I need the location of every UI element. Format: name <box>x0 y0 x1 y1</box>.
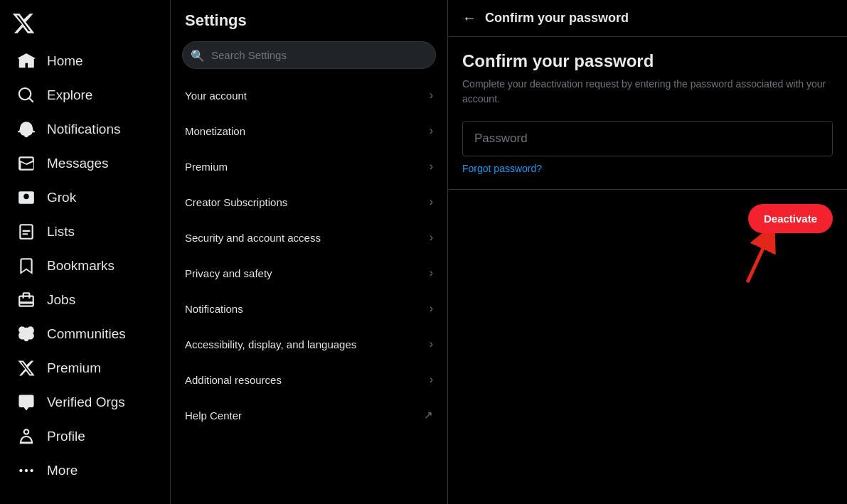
deactivate-button[interactable]: Deactivate <box>748 204 833 233</box>
sidebar-item-verified-orgs[interactable]: Verified Orgs <box>6 386 164 419</box>
confirm-header-bar: ← Confirm your password <box>448 0 847 37</box>
settings-nav-monetization-label: Monetization <box>185 125 245 137</box>
confirm-body: Confirm your password Complete your deac… <box>448 37 847 189</box>
premium-x-icon <box>17 359 36 377</box>
settings-nav-privacy[interactable]: Privacy and safety › <box>171 255 447 291</box>
settings-search-input[interactable] <box>182 41 436 69</box>
sidebar-item-jobs-label: Jobs <box>47 292 75 308</box>
confirm-header-title: Confirm your password <box>485 11 629 26</box>
sidebar-item-communities-label: Communities <box>47 326 126 342</box>
settings-nav-accessibility[interactable]: Accessibility, display, and languages › <box>171 326 447 362</box>
sidebar-item-messages[interactable]: Messages <box>6 147 164 180</box>
bookmark-icon <box>17 257 36 275</box>
confirm-password-panel: ← Confirm your password Confirm your pas… <box>448 0 847 504</box>
search-icon: 🔍 <box>191 48 205 62</box>
settings-title: Settings <box>171 0 447 36</box>
confirm-body-desc: Complete your deactivation request by en… <box>462 77 833 107</box>
grok-icon <box>17 188 36 207</box>
person-icon <box>17 427 36 446</box>
settings-nav-additional[interactable]: Additional resources › <box>171 362 447 397</box>
sidebar-item-grok-label: Grok <box>47 190 76 205</box>
chevron-right-icon: › <box>430 338 433 350</box>
sidebar-item-profile-label: Profile <box>47 429 85 444</box>
sidebar-item-communities[interactable]: Communities <box>6 318 164 350</box>
sidebar-item-home[interactable]: Home <box>6 45 164 77</box>
chevron-right-icon: › <box>430 195 433 208</box>
external-link-icon: ↗ <box>424 409 433 422</box>
sidebar-item-grok[interactable]: Grok <box>6 181 164 214</box>
sidebar: Home Explore Notifications Messages <box>0 0 171 504</box>
jobs-icon <box>17 291 36 309</box>
sidebar-item-messages-label: Messages <box>47 156 109 171</box>
sidebar-item-lists-label: Lists <box>47 224 75 240</box>
sidebar-item-home-label: Home <box>47 53 83 69</box>
password-input-wrap <box>462 121 833 156</box>
chevron-right-icon: › <box>430 160 433 173</box>
x-logo[interactable] <box>0 6 170 41</box>
settings-nav-help-label: Help Center <box>185 409 242 422</box>
settings-nav-accessibility-label: Accessibility, display, and languages <box>185 338 356 350</box>
settings-nav-notifications-label: Notifications <box>185 303 243 315</box>
chevron-right-icon: › <box>430 124 433 137</box>
svg-line-0 <box>747 236 769 282</box>
sidebar-item-more[interactable]: More <box>6 454 164 487</box>
chevron-right-icon: › <box>430 302 433 315</box>
sidebar-item-jobs[interactable]: Jobs <box>6 284 164 316</box>
settings-nav-help[interactable]: Help Center ↗ <box>171 397 447 433</box>
more-icon <box>17 461 36 480</box>
communities-icon <box>17 325 36 343</box>
confirm-action-area: Deactivate <box>448 189 847 303</box>
settings-nav-privacy-label: Privacy and safety <box>185 267 272 279</box>
settings-nav-creator-subscriptions[interactable]: Creator Subscriptions › <box>171 184 447 220</box>
sidebar-item-premium-label: Premium <box>47 360 101 376</box>
sidebar-item-bookmarks[interactable]: Bookmarks <box>6 250 164 282</box>
settings-nav-premium[interactable]: Premium › <box>171 149 447 184</box>
verified-icon <box>17 393 36 412</box>
sidebar-item-lists[interactable]: Lists <box>6 215 164 248</box>
sidebar-item-explore[interactable]: Explore <box>6 79 164 112</box>
chevron-right-icon: › <box>430 267 433 279</box>
confirm-body-title: Confirm your password <box>462 51 833 71</box>
settings-nav-security-label: Security and account access <box>185 232 321 244</box>
mail-icon <box>17 154 36 173</box>
list-icon <box>17 222 36 241</box>
explore-icon <box>17 86 36 104</box>
sidebar-nav: Home Explore Notifications Messages <box>0 44 170 498</box>
sidebar-item-verified-orgs-label: Verified Orgs <box>47 395 125 410</box>
settings-nav-premium-label: Premium <box>185 161 228 173</box>
password-input[interactable] <box>474 132 821 146</box>
back-button[interactable]: ← <box>462 10 476 26</box>
forgot-password-link[interactable]: Forgot password? <box>462 163 542 174</box>
settings-nav-your-account-label: Your account <box>185 90 247 102</box>
chevron-right-icon: › <box>430 231 433 244</box>
settings-panel: Settings 🔍 Your account › Monetization ›… <box>171 0 448 504</box>
home-icon <box>17 52 36 70</box>
sidebar-item-more-label: More <box>47 463 78 478</box>
sidebar-item-bookmarks-label: Bookmarks <box>47 258 114 274</box>
sidebar-item-notifications[interactable]: Notifications <box>6 113 164 146</box>
settings-nav-additional-label: Additional resources <box>185 374 282 386</box>
settings-nav-your-account[interactable]: Your account › <box>171 77 447 113</box>
chevron-right-icon: › <box>430 373 433 386</box>
settings-nav-monetization[interactable]: Monetization › <box>171 113 447 149</box>
sidebar-item-profile[interactable]: Profile <box>6 420 164 453</box>
settings-nav-creator-subscriptions-label: Creator Subscriptions <box>185 196 287 208</box>
bell-icon <box>17 120 36 139</box>
settings-nav-security[interactable]: Security and account access › <box>171 220 447 255</box>
chevron-right-icon: › <box>430 89 433 102</box>
sidebar-item-notifications-label: Notifications <box>47 122 121 137</box>
settings-nav-notifications[interactable]: Notifications › <box>171 291 447 326</box>
settings-search-container: 🔍 <box>182 41 436 69</box>
sidebar-item-premium[interactable]: Premium <box>6 352 164 385</box>
sidebar-item-explore-label: Explore <box>47 87 92 103</box>
